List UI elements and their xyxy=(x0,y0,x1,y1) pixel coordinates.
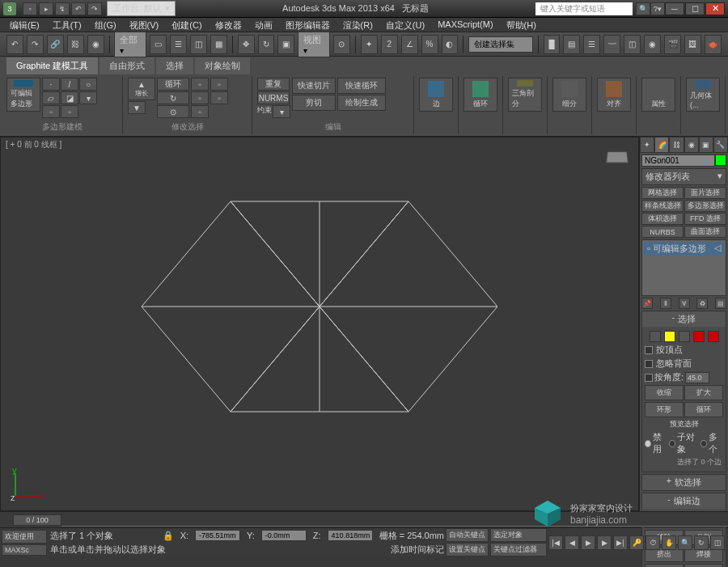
close-button[interactable]: ✕ xyxy=(705,2,725,15)
create-tab[interactable]: ✦ xyxy=(640,137,654,153)
misc-button-2[interactable]: ▫ xyxy=(61,105,78,118)
ribbon-tab-paint[interactable]: 对象绘制 xyxy=(195,57,250,74)
cut-button[interactable]: 剪切 xyxy=(292,95,336,111)
subdiv-panel-button[interactable]: 细分 xyxy=(552,78,586,112)
utilities-tab[interactable]: 🔧 xyxy=(713,137,728,153)
repeat-button[interactable]: 重复 xyxy=(257,78,290,91)
object-name-input[interactable]: NGon001 xyxy=(641,154,715,167)
select-name-icon[interactable]: ☰ xyxy=(170,35,187,54)
viewport-label[interactable]: [ + 0 前 0 线框 ] xyxy=(6,139,61,150)
motion-tab[interactable]: ◉ xyxy=(684,137,699,153)
hierarchy-tab[interactable]: ⛓ xyxy=(669,137,684,153)
modifier-stack[interactable]: ▫ 可编辑多边形◁ xyxy=(641,239,726,296)
menu-create[interactable]: 创建(C) xyxy=(165,18,208,32)
bind-icon[interactable]: ◉ xyxy=(87,35,104,54)
named-selection-input[interactable]: 创建选择集 xyxy=(468,36,532,53)
y-coord-input[interactable]: -0.0mm xyxy=(261,530,307,541)
quickloop-button[interactable]: 快速循环 xyxy=(337,78,386,94)
key-mode-button[interactable]: 🔑 xyxy=(629,535,644,550)
configure-sets-button[interactable]: ▤ xyxy=(715,298,726,309)
poly-mode-button[interactable]: ▱ xyxy=(42,91,60,104)
target-weld-button[interactable]: 目标焊接 xyxy=(684,564,723,567)
display-tab[interactable]: ▣ xyxy=(699,137,713,153)
time-tag-button[interactable]: 添加时间标记 xyxy=(391,544,444,556)
maximize-vp-button[interactable]: ◫ xyxy=(710,535,725,550)
ring-sel-button[interactable]: 环形 xyxy=(645,402,684,417)
percent-snap-icon[interactable]: % xyxy=(421,35,438,54)
chamfer-button[interactable]: 切角 xyxy=(645,564,684,567)
remove-mod-button[interactable]: ♻ xyxy=(696,298,708,309)
ribbon-tab-graphite[interactable]: Graphite 建模工具 xyxy=(6,57,98,74)
minimize-button[interactable]: ─ xyxy=(665,2,684,15)
align-panel-button[interactable]: 对齐 xyxy=(597,78,631,112)
timeline-ruler[interactable] xyxy=(61,514,728,527)
nurms-button[interactable]: NURMS xyxy=(257,91,290,104)
subobj-edge-active[interactable] xyxy=(664,331,675,342)
make-unique-button[interactable]: ∀ xyxy=(679,298,690,309)
menu-graph[interactable]: 图形编辑器 xyxy=(279,18,336,32)
material-editor-icon[interactable]: ◉ xyxy=(644,35,661,54)
z-coord-input[interactable]: 410.818mm xyxy=(328,530,373,541)
app-icon[interactable]: 3 xyxy=(3,2,16,15)
subobj-toggle[interactable]: ▾ xyxy=(79,91,97,104)
mod-vol-select[interactable]: 体积选择 xyxy=(641,213,684,225)
constraint-dd[interactable]: ▾ xyxy=(273,105,290,118)
paint-connect-button[interactable]: 绘制生成 xyxy=(337,95,386,111)
loop-panel-button[interactable]: 循环 xyxy=(463,78,497,112)
shrink-sel-button[interactable]: 收缩 xyxy=(645,385,684,400)
maximize-button[interactable]: ◻ xyxy=(685,2,705,15)
rollout-soft-head[interactable]: + 软选择 xyxy=(642,475,726,490)
subobj-border[interactable] xyxy=(679,331,690,342)
menu-animation[interactable]: 动画 xyxy=(248,18,279,32)
ring-button[interactable]: ↻ xyxy=(157,91,189,104)
prev-frame-button[interactable]: ◀ xyxy=(565,535,579,550)
border-mode-button[interactable]: ○ xyxy=(79,78,97,91)
editable-poly-button[interactable]: 可编辑多边形 xyxy=(6,78,40,112)
grow-sel-button[interactable]: 扩大 xyxy=(684,385,723,400)
redo-icon[interactable]: ↷ xyxy=(27,35,44,54)
modify-tab[interactable]: 🌈 xyxy=(654,137,669,153)
search-icon[interactable]: 🔍 xyxy=(636,2,650,15)
menu-help[interactable]: 帮助(H) xyxy=(500,18,543,32)
mod-poly-select[interactable]: 多边形选择 xyxy=(684,200,726,212)
curve-editor-icon[interactable]: 〰 xyxy=(603,35,620,54)
tri-panel-button[interactable]: 三角剖分 xyxy=(508,78,542,112)
select-icon[interactable]: ▭ xyxy=(150,35,167,54)
menu-group[interactable]: 组(G) xyxy=(88,18,123,32)
angle-spinner[interactable]: 45.0 xyxy=(685,372,709,383)
auto-key-button[interactable]: 自动关键点 xyxy=(446,528,489,542)
menu-modifiers[interactable]: 修改器 xyxy=(209,18,248,32)
welcome-button[interactable]: 欢迎使用 xyxy=(2,530,47,544)
mod-spline-select[interactable]: 样条线选择 xyxy=(641,200,684,212)
open-btn[interactable]: ▸ xyxy=(39,2,53,15)
time-config-button[interactable]: ⏱ xyxy=(645,535,660,550)
goto-start-button[interactable]: |◀ xyxy=(548,535,563,550)
menu-render[interactable]: 渲染(R) xyxy=(336,18,379,32)
modifier-list-dropdown[interactable]: 修改器列表▾ xyxy=(641,168,726,185)
loop-sel-button[interactable]: 循环 xyxy=(684,402,723,417)
orbit-button[interactable]: ↻ xyxy=(694,535,709,550)
help-dropdown[interactable]: ?▾ xyxy=(650,2,665,15)
rotate-icon[interactable]: ↻ xyxy=(258,35,275,54)
geom-panel-button[interactable]: 几何体 (... xyxy=(686,78,720,112)
quickslice-button[interactable]: 快速切片 xyxy=(292,78,336,94)
help-search-input[interactable]: 键入关键字或短语 xyxy=(535,2,633,15)
pivot-icon[interactable]: ⊙ xyxy=(333,35,350,54)
element-mode-button[interactable]: ◪ xyxy=(61,91,78,104)
render-icon[interactable]: 🫖 xyxy=(705,35,722,54)
window-crossing-icon[interactable]: ▦ xyxy=(210,35,227,54)
subobj-poly[interactable] xyxy=(693,331,705,342)
scale-icon[interactable]: ▣ xyxy=(277,35,294,54)
unlink-icon[interactable]: ⛓ xyxy=(67,35,84,54)
props-panel-button[interactable]: 属性 xyxy=(641,78,675,112)
subobj-vertex[interactable] xyxy=(650,331,661,342)
select-region-icon[interactable]: ◫ xyxy=(190,35,207,54)
preview-off-radio[interactable] xyxy=(645,440,651,447)
snap-toggle-icon[interactable]: 2 xyxy=(381,35,398,54)
edge-mode-button[interactable]: / xyxy=(61,78,78,91)
pan-view-button[interactable]: ✋ xyxy=(662,535,676,550)
object-color-swatch[interactable] xyxy=(715,154,726,166)
timeline[interactable]: 0 / 100 xyxy=(0,511,728,527)
maxscript-mini[interactable]: MAXSc xyxy=(2,544,47,556)
menu-edit[interactable]: 编辑(E) xyxy=(3,18,46,32)
